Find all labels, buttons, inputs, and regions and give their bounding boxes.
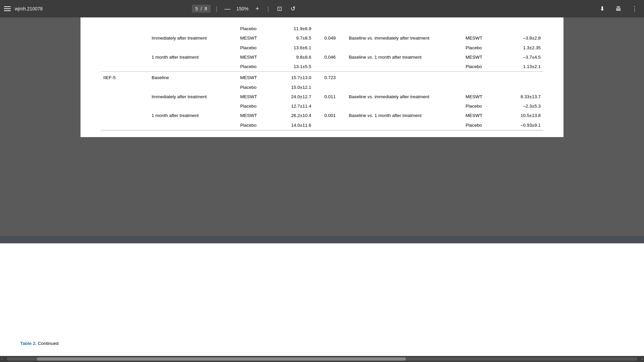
cell-timepoint bbox=[149, 121, 237, 130]
table-row: Placebo 11.9±6.9 bbox=[101, 24, 543, 34]
cell-outcome bbox=[101, 24, 149, 34]
table-caption: Table 2. Continued bbox=[20, 341, 624, 349]
page-divider bbox=[0, 236, 644, 243]
scroll-right-arrow[interactable]: › bbox=[640, 357, 644, 361]
caption-label: Table 2. bbox=[20, 341, 37, 346]
scrollbar-thumb[interactable] bbox=[37, 357, 406, 361]
cell-group: Placebo bbox=[237, 24, 270, 34]
cell-outcome bbox=[101, 62, 149, 72]
table-row: Placebo 15.0±12.1 bbox=[101, 83, 543, 92]
cell-timepoint bbox=[149, 62, 237, 72]
cell-comparison bbox=[346, 62, 463, 72]
cell-comparison: Baseline vs. immediately after treatment bbox=[346, 34, 463, 43]
zoom-level: 150% bbox=[235, 6, 250, 11]
cell-pvalue: 0.011 bbox=[314, 92, 346, 102]
table-row: Placebo 13.1±5.5 Placebo 1.13±2.1 bbox=[101, 62, 543, 72]
data-table: Placebo 11.9±6.9 Immediately after treat… bbox=[101, 24, 543, 130]
cell-timepoint bbox=[149, 43, 237, 53]
cell-comparison: Baseline vs. immediately after treatment bbox=[346, 92, 463, 102]
cell-timepoint: 1 month after treatment bbox=[149, 111, 237, 120]
cell-timepoint: Baseline bbox=[149, 72, 237, 83]
cell-comparison: Baseline vs. 1 month after treatment bbox=[346, 111, 463, 120]
cell-change: –2.3±5.3 bbox=[495, 102, 543, 111]
cell-comp-group: Placebo bbox=[463, 121, 495, 130]
fit-page-button[interactable]: ⊡ bbox=[274, 3, 285, 14]
cell-comparison bbox=[346, 72, 463, 83]
page-6-content: Table 2. Continued bbox=[0, 243, 644, 356]
cell-pvalue: 0.049 bbox=[314, 34, 346, 43]
download-button[interactable]: ⬇ bbox=[597, 3, 608, 14]
cell-pvalue bbox=[314, 83, 346, 92]
cell-pvalue bbox=[314, 43, 346, 53]
page-separator: / bbox=[199, 6, 203, 11]
cell-outcome bbox=[101, 34, 149, 43]
cell-comparison: Baseline vs. 1 month after treatment bbox=[346, 53, 463, 62]
cell-comparison bbox=[346, 24, 463, 34]
page-navigation[interactable]: 5 / 8 bbox=[192, 5, 210, 13]
cell-outcome: IIEF-5 bbox=[101, 72, 149, 83]
table-row: 1 month after treatment MESWT 9.8±8.6 0.… bbox=[101, 53, 543, 62]
cell-change: 8.33±13.7 bbox=[495, 92, 543, 102]
cell-comp-group: MESWT bbox=[463, 53, 495, 62]
menu-icon[interactable] bbox=[4, 6, 11, 11]
cell-outcome bbox=[101, 111, 149, 120]
toolbar: wjmh.210078 5 / 8 | — 150% + | ⊡ ↺ ⬇ 🖶 ⋮ bbox=[0, 0, 644, 17]
cell-comp-group bbox=[463, 72, 495, 83]
zoom-out-button[interactable]: — bbox=[223, 4, 232, 13]
toolbar-center: 5 / 8 | — 150% + | ⊡ ↺ bbox=[192, 3, 299, 14]
rotate-button[interactable]: ↺ bbox=[288, 3, 299, 14]
cell-outcome bbox=[101, 121, 149, 130]
cell-pvalue: 0.046 bbox=[314, 53, 346, 62]
cell-group: MESWT bbox=[237, 72, 270, 83]
table-row: Placebo 14.0±11.6 Placebo –0.93±9.1 bbox=[101, 121, 543, 130]
cell-change bbox=[495, 24, 543, 34]
cell-value: 11.9±6.9 bbox=[270, 24, 314, 34]
page-current: 5 bbox=[195, 6, 198, 11]
cell-value: 26.2±10.4 bbox=[270, 111, 314, 120]
zoom-in-button[interactable]: + bbox=[253, 4, 262, 13]
cell-change: 10.5±13.8 bbox=[495, 111, 543, 120]
cell-outcome bbox=[101, 43, 149, 53]
cell-pvalue bbox=[314, 62, 346, 72]
cell-pvalue bbox=[314, 102, 346, 111]
cell-group: Placebo bbox=[237, 102, 270, 111]
zoom-control: — 150% + bbox=[223, 4, 262, 13]
cell-value: 15.0±12.1 bbox=[270, 83, 314, 92]
print-button[interactable]: 🖶 bbox=[613, 3, 624, 14]
cell-comp-group: MESWT bbox=[463, 34, 495, 43]
more-options-button[interactable]: ⋮ bbox=[629, 3, 640, 14]
scrollbar-track[interactable] bbox=[7, 357, 637, 361]
cell-change: –0.93±9.1 bbox=[495, 121, 543, 130]
table-row: Immediately after treatment MESWT 24.0±1… bbox=[101, 92, 543, 102]
cell-group: Placebo bbox=[237, 62, 270, 72]
cell-change: 1.3±2.35 bbox=[495, 43, 543, 53]
cell-comparison bbox=[346, 43, 463, 53]
cell-group: Placebo bbox=[237, 121, 270, 130]
scroll-left-arrow[interactable]: ‹ bbox=[0, 357, 4, 361]
cell-pvalue bbox=[314, 121, 346, 130]
cell-change bbox=[495, 83, 543, 92]
toolbar-left: wjmh.210078 bbox=[4, 6, 43, 11]
inter-page-space bbox=[0, 137, 644, 236]
bottom-scrollbar[interactable]: ‹ › bbox=[0, 356, 644, 362]
caption-text: Continued bbox=[38, 341, 59, 346]
cell-pvalue bbox=[314, 24, 346, 34]
cell-pvalue: 0.001 bbox=[314, 111, 346, 120]
cell-comp-group: Placebo bbox=[463, 43, 495, 53]
cell-comparison bbox=[346, 102, 463, 111]
cell-outcome bbox=[101, 102, 149, 111]
cell-group: MESWT bbox=[237, 34, 270, 43]
cell-outcome bbox=[101, 83, 149, 92]
cell-change bbox=[495, 72, 543, 83]
cell-comp-group bbox=[463, 83, 495, 92]
cell-group: Placebo bbox=[237, 83, 270, 92]
table-row: IIEF-5 Baseline MESWT 15.7±13.0 0.723 bbox=[101, 72, 543, 83]
cell-value: 9.7±8.5 bbox=[270, 34, 314, 43]
cell-group: Placebo bbox=[237, 43, 270, 53]
main-area: Placebo 11.9±6.9 Immediately after treat… bbox=[0, 17, 644, 362]
cell-group: MESWT bbox=[237, 111, 270, 120]
document-title: wjmh.210078 bbox=[15, 6, 43, 11]
cell-value: 13.1±5.5 bbox=[270, 62, 314, 72]
cell-change: 1.13±2.1 bbox=[495, 62, 543, 72]
cell-outcome bbox=[101, 53, 149, 62]
